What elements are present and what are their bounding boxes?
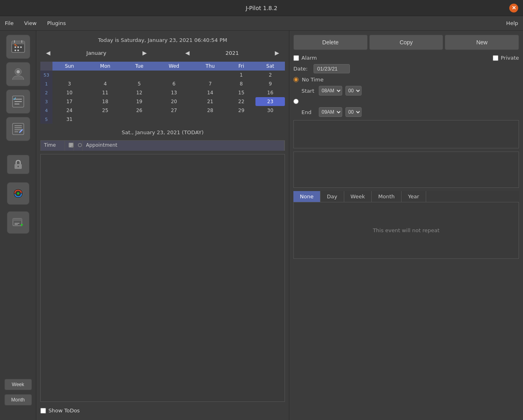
time-range-radio[interactable] [293, 99, 299, 104]
menu-view[interactable]: View [23, 19, 38, 28]
calendar-day[interactable]: 22 [227, 97, 255, 106]
calendar-day[interactable]: 14 [193, 88, 227, 97]
svg-point-8 [17, 50, 19, 51]
repeat-tab-year[interactable]: Year [402, 191, 426, 202]
private-checkbox[interactable] [493, 55, 498, 61]
show-todos-label: Show ToDos [48, 408, 80, 414]
alarm-label: Alarm [301, 55, 317, 61]
week-col-header [40, 62, 52, 71]
sidebar-lock-icon[interactable] [7, 155, 29, 174]
menu-plugins[interactable]: Plugins [46, 19, 68, 28]
wed-header: Wed [155, 62, 193, 71]
content-area: Today is Saturday, January 23, 2021 06:4… [36, 31, 289, 420]
start-min-select[interactable]: 00 15 30 45 [345, 86, 362, 96]
calendar-day[interactable]: 27 [155, 106, 193, 115]
calendar-day[interactable]: 10 [52, 88, 86, 97]
calendar-day[interactable]: 6 [155, 79, 193, 88]
end-min-select[interactable]: 00 15 30 45 [345, 107, 362, 117]
calendar-day[interactable]: 28 [193, 106, 227, 115]
date-row: Date: [293, 64, 519, 73]
calendar-day[interactable]: 4 [86, 79, 124, 88]
copy-button[interactable]: Copy [369, 35, 444, 50]
calendar-day[interactable]: 9 [255, 79, 285, 88]
week-number: 4 [40, 106, 52, 115]
calendar-day[interactable]: 21 [193, 97, 227, 106]
calendar-day[interactable]: 30 [255, 106, 285, 115]
sidebar-contacts-icon[interactable] [6, 62, 30, 86]
svg-point-5 [17, 46, 19, 48]
repeat-tab-month[interactable]: Month [372, 191, 402, 202]
menu-help[interactable]: Help [504, 19, 520, 28]
calendar-day [255, 115, 285, 124]
week-number: 1 [40, 79, 52, 88]
private-label: Private [501, 55, 519, 61]
no-time-radio[interactable] [293, 77, 299, 82]
selected-date-label: Sat., January 23, 2021 (TODAY) [40, 127, 285, 137]
no-time-label: No Time [302, 77, 324, 83]
calendar-day [124, 71, 155, 79]
month-button[interactable]: Month [4, 394, 32, 405]
calendar-day[interactable]: 15 [227, 88, 255, 97]
repeat-tab-none[interactable]: None [293, 191, 320, 202]
alarm-checkbox[interactable] [293, 55, 299, 61]
prev-year-button[interactable]: ◀ [183, 49, 192, 57]
sidebar: Week Month [0, 31, 36, 420]
week-number: 53 [40, 71, 52, 79]
week-button[interactable]: Week [4, 379, 32, 390]
repeat-no-event-text: This event will not repeat [373, 227, 439, 233]
next-year-button[interactable]: ▶ [272, 49, 282, 57]
calendar-day[interactable]: 18 [86, 97, 124, 106]
calendar-day[interactable]: 26 [124, 106, 155, 115]
calendar-day[interactable]: 1 [227, 71, 255, 79]
calendar-day [193, 115, 227, 124]
calendar-day[interactable]: 31 [52, 115, 86, 124]
no-time-radio-row: No Time [293, 77, 519, 83]
start-hour-select[interactable]: 08AM 09AM 10AM [319, 86, 342, 96]
repeat-tab-day[interactable]: Day [320, 191, 344, 202]
repeat-tabs: None Day Week Month Year [293, 191, 519, 202]
calendar-day[interactable]: 29 [227, 106, 255, 115]
show-todos-row: Show ToDos [40, 405, 285, 416]
sidebar-memo-icon[interactable] [6, 117, 30, 141]
titlebar: J-Pilot 1.8.2 ✕ [0, 0, 523, 16]
calendar-day[interactable]: 17 [52, 97, 86, 106]
next-month-button[interactable]: ▶ [140, 49, 149, 57]
date-input[interactable] [314, 64, 350, 73]
alarm-private-row: Alarm Private [293, 55, 519, 61]
calendar-day[interactable]: 23 [255, 97, 285, 106]
calendar-day[interactable]: 3 [52, 79, 86, 88]
calendar-day[interactable]: 19 [124, 97, 155, 106]
calendar-day [52, 71, 86, 79]
calendar-nav: ◀ January ▶ ◀ 2021 ▶ [40, 49, 285, 57]
calendar-day[interactable]: 11 [86, 88, 124, 97]
show-todos-checkbox[interactable] [40, 408, 46, 414]
calendar-day[interactable]: 16 [255, 88, 285, 97]
delete-button[interactable]: Delete [293, 35, 368, 50]
calendar-day[interactable]: 8 [227, 79, 255, 88]
col-appointment: Appointment [83, 141, 285, 151]
repeat-tab-week[interactable]: Week [344, 191, 372, 202]
year-label: 2021 [226, 50, 239, 56]
calendar-day[interactable]: 13 [155, 88, 193, 97]
calendar-day [227, 115, 255, 124]
calendar-day[interactable]: 25 [86, 106, 124, 115]
end-time-row: End 09AM 10AM 00 15 30 45 [301, 107, 519, 117]
menu-file[interactable]: File [3, 19, 15, 28]
sidebar-tasks-icon[interactable] [6, 89, 30, 114]
calendar-day[interactable]: 24 [52, 106, 86, 115]
calendar-day[interactable]: 12 [124, 88, 155, 97]
close-button[interactable]: ✕ [509, 4, 518, 12]
prev-month-button[interactable]: ◀ [44, 49, 53, 57]
calendar-day[interactable]: 5 [124, 79, 155, 88]
calendar-day[interactable]: 7 [193, 79, 227, 88]
sidebar-export-icon[interactable] [7, 211, 29, 234]
end-hour-select[interactable]: 09AM 10AM [319, 107, 342, 117]
calendar-day[interactable]: 2 [255, 71, 285, 79]
calendar-day[interactable]: 20 [155, 97, 193, 106]
private-checkbox-row: Private [493, 55, 519, 61]
svg-rect-25 [13, 218, 22, 221]
sidebar-calendar-icon[interactable] [6, 35, 30, 59]
alarm-checkbox-row: Alarm [293, 55, 317, 61]
sidebar-sync-icon[interactable] [7, 182, 29, 205]
new-button[interactable]: New [445, 35, 519, 50]
